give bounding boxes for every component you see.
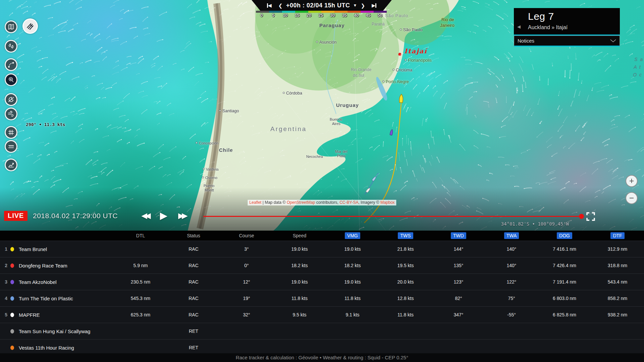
- timeline-slider[interactable]: [203, 216, 581, 217]
- header-dtf[interactable]: DTF: [591, 233, 644, 238]
- cell-speed: 18.2 kts: [273, 263, 326, 268]
- fleet-button[interactable]: [5, 40, 17, 53]
- locator-button[interactable]: [5, 73, 17, 86]
- cell-tws: 19.5 kts: [379, 263, 432, 268]
- attribution-text: , Imagery ©: [358, 200, 380, 205]
- skip-to-end-icon[interactable]: ▶: [372, 3, 376, 8]
- table-row[interactable]: 2Dongfeng Race Team5.9 nmRAC0°18.2 kts18…: [0, 257, 644, 274]
- chevron-down-icon: ▼: [353, 3, 357, 8]
- header-twd[interactable]: TWD: [432, 233, 485, 238]
- map-canvas[interactable]: São PauloParanáSão PauloRio deJaneiroPar…: [0, 0, 644, 231]
- collapse-panel-icon[interactable]: ◀: [517, 24, 521, 29]
- header-twa[interactable]: TWA: [485, 233, 538, 238]
- table-row[interactable]: 3Team AkzoNobel230.5 nmRAC12°19.0 kts19.…: [0, 274, 644, 290]
- rank: 3: [0, 279, 7, 285]
- table-row[interactable]: 4Turn The Tide on Plastic545.3 nmRAC19°1…: [0, 290, 644, 306]
- attribution-link[interactable]: CC-BY-SA: [339, 200, 358, 205]
- wind-animation-button[interactable]: [5, 108, 17, 120]
- step-forward-icon[interactable]: ❯: [361, 3, 365, 8]
- notices-dropdown[interactable]: Notices: [514, 36, 620, 47]
- header-course[interactable]: Course: [220, 233, 273, 238]
- grid-button[interactable]: [5, 126, 17, 139]
- route-arc-icon: [7, 61, 15, 68]
- leaderboard: DTLStatusCourseSpeedVMGTWSTWDTWADOGDTF 1…: [0, 231, 644, 362]
- boat-name: Dongfeng Race Team: [19, 263, 67, 268]
- cell-dtl: 625.3 nm: [114, 312, 167, 317]
- cell-tws: 12.8 kts: [379, 296, 432, 301]
- cell-dtf: 858.2 nm: [591, 296, 644, 301]
- cell-vmg: 19.0 kts: [326, 279, 379, 285]
- cell-vmg: 19.0 kts: [326, 246, 379, 252]
- map-layers-button[interactable]: [5, 20, 17, 33]
- cell-course: 3°: [220, 246, 273, 252]
- skip-to-start-icon[interactable]: ◀: [267, 3, 272, 8]
- timeline-handle[interactable]: [579, 214, 584, 219]
- boat-cell: 5MAPFRE: [0, 312, 114, 318]
- attribution-link[interactable]: OpenStreetMap: [287, 200, 315, 205]
- statistics-button[interactable]: [5, 159, 17, 171]
- boat-color-dot: [10, 313, 14, 317]
- header-vmg[interactable]: VMG: [326, 233, 379, 238]
- cell-dtf: 938.2 nm: [591, 312, 644, 317]
- cell-twd: 347°: [432, 312, 485, 317]
- fullscreen-button[interactable]: [586, 212, 595, 221]
- fast-forward-button[interactable]: ▶▶: [173, 211, 191, 220]
- cell-speed: 19.0 kts: [273, 279, 326, 285]
- header-dtl[interactable]: DTL: [114, 233, 167, 238]
- cell-status: RAC: [167, 296, 220, 301]
- zoom-in-button[interactable]: +: [626, 175, 638, 187]
- cell-dog: 6 825.8 nm: [538, 312, 591, 317]
- boat-name: Team Sun Hung Kai / Scallywag: [19, 328, 90, 334]
- cell-twd: 144°: [432, 246, 485, 252]
- cell-vmg: 9.1 kts: [326, 312, 379, 317]
- time-selector[interactable]: +00h : 02/04 15h UTC ▼: [286, 2, 357, 9]
- header-speed[interactable]: Speed: [273, 233, 326, 238]
- leg-route: Auckland » Itajaí: [528, 24, 616, 31]
- header-tws[interactable]: TWS: [379, 233, 432, 238]
- table-row[interactable]: 1Team BrunelRAC3°19.0 kts19.0 kts21.8 kt…: [0, 241, 644, 257]
- race-tracker-app: São PauloParanáSão PauloRio deJaneiroPar…: [0, 0, 644, 362]
- sails-icon: [7, 43, 15, 50]
- boat-color-dot: [10, 346, 14, 350]
- header-dog[interactable]: DOG: [538, 233, 591, 238]
- rewind-button[interactable]: ◀◀: [136, 211, 154, 220]
- boat-name: Team AkzoNobel: [19, 279, 57, 285]
- cell-status: RAC: [167, 263, 220, 268]
- boat-color-dot: [10, 280, 14, 284]
- ruler-button[interactable]: [5, 140, 17, 153]
- attribution-link[interactable]: Leaflet: [249, 200, 261, 205]
- boat-name: Turn The Tide on Plastic: [19, 296, 73, 301]
- moon-slash-icon: [7, 96, 15, 103]
- play-button[interactable]: ▶: [158, 210, 170, 221]
- table-header: DTLStatusCourseSpeedVMGTWSTWDTWADOGDTF: [0, 231, 644, 241]
- boat-color-dot: [10, 329, 14, 334]
- leg-header: Leg 7 Auckland » Itajaí ◀: [514, 8, 620, 36]
- map-attribution: Leaflet | Map data © OpenStreetMap contr…: [248, 200, 396, 205]
- leg-title: Leg 7: [528, 11, 616, 22]
- rank: 5: [0, 312, 7, 317]
- cell-tws: 21.8 kts: [379, 246, 432, 252]
- boat-color-dot: [10, 247, 14, 251]
- cell-status: RAC: [167, 246, 220, 252]
- boat-cell: 4Turn The Tide on Plastic: [0, 296, 114, 301]
- credit-footer: Race tracker & calculation : Géovoile • …: [0, 353, 644, 362]
- time-offset-label: +00h : 02/04 15h UTC: [286, 2, 350, 9]
- cell-dtf: 543.4 nm: [591, 279, 644, 285]
- boat-cell: Vestas 11th Hour Racing: [0, 345, 114, 351]
- night-mode-button[interactable]: [5, 93, 17, 106]
- route-button[interactable]: [5, 58, 17, 71]
- cell-dtf: 318.8 nm: [591, 263, 644, 268]
- table-row[interactable]: Team Sun Hung Kai / ScallywagRET: [0, 323, 644, 339]
- zoom-out-button[interactable]: −: [626, 192, 638, 204]
- cell-status: RAC: [167, 312, 220, 317]
- cell-dtl: 545.3 nm: [114, 296, 167, 301]
- live-badge[interactable]: LIVE: [4, 211, 28, 221]
- wind-layer-toggle-button[interactable]: [22, 18, 38, 34]
- cell-vmg: 18.2 kts: [326, 263, 379, 268]
- step-back-icon[interactable]: ❮: [278, 3, 283, 8]
- wind-blow-icon: [7, 110, 15, 118]
- table-row[interactable]: 5MAPFRE625.3 nmRAC32°9.5 kts9.1 kts11.8 …: [0, 306, 644, 323]
- header-status[interactable]: Status: [167, 233, 220, 238]
- attribution-link[interactable]: Mapbox: [380, 200, 395, 205]
- cell-dog: 7 426.4 nm: [538, 263, 591, 268]
